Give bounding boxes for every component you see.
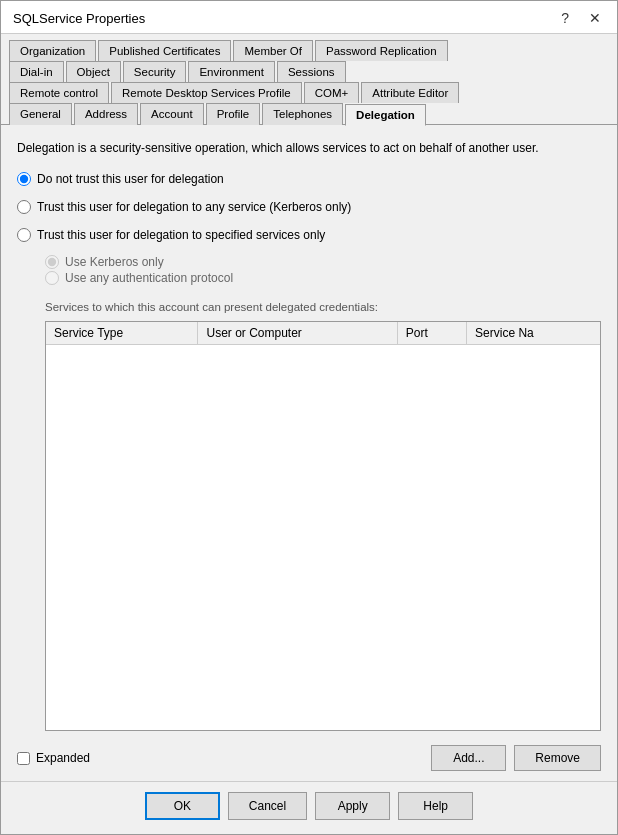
- delegation-content: Delegation is a security-sensitive opera…: [1, 125, 617, 781]
- services-label: Services to which this account can prese…: [45, 301, 601, 313]
- ok-button[interactable]: OK: [145, 792, 220, 820]
- tab-row-3: Remote control Remote Desktop Services P…: [9, 82, 609, 103]
- title-bar-controls: ? ✕: [557, 9, 605, 27]
- tab-row-1: Organization Published Certificates Memb…: [9, 40, 609, 61]
- tab-password-replication[interactable]: Password Replication: [315, 40, 448, 61]
- cancel-button[interactable]: Cancel: [228, 792, 307, 820]
- radio-no-trust[interactable]: [17, 172, 31, 186]
- expanded-checkbox-group[interactable]: Expanded: [17, 751, 90, 765]
- table-header-row: Service Type User or Computer Port Servi…: [46, 322, 600, 345]
- tab-row-4: General Address Account Profile Telephon…: [9, 103, 609, 125]
- sub-radio-label-1: Use Kerberos only: [65, 255, 164, 269]
- tab-remote-control[interactable]: Remote control: [9, 82, 109, 103]
- tab-published-certificates[interactable]: Published Certificates: [98, 40, 231, 61]
- col-service-type: Service Type: [46, 322, 198, 345]
- tab-general[interactable]: General: [9, 103, 72, 125]
- tabs-container: Organization Published Certificates Memb…: [1, 34, 617, 125]
- tab-delegation[interactable]: Delegation: [345, 104, 426, 126]
- col-port: Port: [397, 322, 466, 345]
- close-button[interactable]: ✕: [585, 9, 605, 27]
- radio-label-1: Do not trust this user for delegation: [37, 172, 224, 186]
- services-table: Service Type User or Computer Port Servi…: [46, 322, 600, 345]
- add-remove-buttons: Add... Remove: [431, 745, 601, 771]
- sub-radio-option-2[interactable]: Use any authentication protocol: [45, 271, 601, 285]
- col-user-or-computer: User or Computer: [198, 322, 397, 345]
- services-table-wrapper: Service Type User or Computer Port Servi…: [45, 321, 601, 731]
- help-footer-button[interactable]: Help: [398, 792, 473, 820]
- radio-option-3[interactable]: Trust this user for delegation to specif…: [17, 228, 601, 242]
- tab-object[interactable]: Object: [66, 61, 121, 82]
- tab-attribute-editor[interactable]: Attribute Editor: [361, 82, 459, 103]
- tab-row-2: Dial-in Object Security Environment Sess…: [9, 61, 609, 82]
- radio-option-1[interactable]: Do not trust this user for delegation: [17, 172, 601, 186]
- tab-sessions[interactable]: Sessions: [277, 61, 346, 82]
- sub-options: Use Kerberos only Use any authentication…: [45, 253, 601, 287]
- col-service-name: Service Na: [467, 322, 600, 345]
- delegation-description: Delegation is a security-sensitive opera…: [17, 139, 601, 157]
- add-button[interactable]: Add...: [431, 745, 506, 771]
- tab-organization[interactable]: Organization: [9, 40, 96, 61]
- radio-any-service[interactable]: [17, 200, 31, 214]
- tab-dial-in[interactable]: Dial-in: [9, 61, 64, 82]
- tab-com[interactable]: COM+: [304, 82, 360, 103]
- title-bar: SQLService Properties ? ✕: [1, 1, 617, 34]
- tab-member-of[interactable]: Member Of: [233, 40, 313, 61]
- expanded-checkbox[interactable]: [17, 752, 30, 765]
- tab-remote-desktop-profile[interactable]: Remote Desktop Services Profile: [111, 82, 302, 103]
- expanded-label: Expanded: [36, 751, 90, 765]
- dialog-title: SQLService Properties: [13, 11, 145, 26]
- radio-option-2[interactable]: Trust this user for delegation to any se…: [17, 200, 601, 214]
- footer: OK Cancel Apply Help: [1, 781, 617, 834]
- tab-environment[interactable]: Environment: [188, 61, 275, 82]
- bottom-row: Expanded Add... Remove: [17, 745, 601, 771]
- remove-button[interactable]: Remove: [514, 745, 601, 771]
- title-bar-left: SQLService Properties: [13, 11, 145, 26]
- tab-telephones[interactable]: Telephones: [262, 103, 343, 125]
- radio-label-2: Trust this user for delegation to any se…: [37, 200, 351, 214]
- help-button[interactable]: ?: [557, 9, 573, 27]
- sub-radio-option-1[interactable]: Use Kerberos only: [45, 255, 601, 269]
- apply-button[interactable]: Apply: [315, 792, 390, 820]
- sub-radio-kerberos[interactable]: [45, 255, 59, 269]
- sub-radio-any-auth[interactable]: [45, 271, 59, 285]
- dialog-window: SQLService Properties ? ✕ Organization P…: [0, 0, 618, 835]
- tab-account[interactable]: Account: [140, 103, 204, 125]
- tab-address[interactable]: Address: [74, 103, 138, 125]
- radio-label-3: Trust this user for delegation to specif…: [37, 228, 325, 242]
- tab-profile[interactable]: Profile: [206, 103, 261, 125]
- sub-radio-label-2: Use any authentication protocol: [65, 271, 233, 285]
- radio-specified-services[interactable]: [17, 228, 31, 242]
- tab-security[interactable]: Security: [123, 61, 187, 82]
